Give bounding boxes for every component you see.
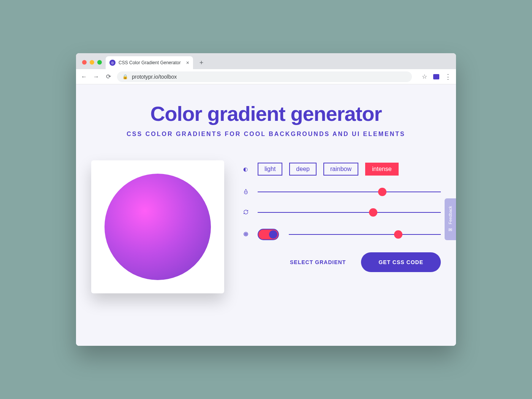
- back-icon[interactable]: ←: [81, 73, 87, 80]
- window-controls: [79, 60, 106, 69]
- scale-toggle[interactable]: [258, 229, 279, 240]
- menu-icon[interactable]: ⋮: [445, 73, 451, 81]
- browser-tab[interactable]: ◎ CSS Color Gradient Generator ×: [106, 56, 193, 69]
- feedback-icon: ✉: [448, 227, 452, 233]
- favicon-icon: ◎: [109, 60, 116, 66]
- scale-row: [243, 229, 441, 240]
- preset-group: light deep rainbow intense: [258, 163, 399, 176]
- maximize-window-icon[interactable]: [97, 60, 102, 65]
- preset-row: ◐ light deep rainbow intense: [243, 163, 441, 176]
- gradient-preview-sphere: [104, 174, 211, 280]
- address-bar: ← → ⟳ 🔒 prototypr.io/toolbox ☆ ⋮: [76, 69, 456, 84]
- address-bar-actions: ☆ ⋮: [421, 73, 451, 81]
- preset-rainbow[interactable]: rainbow: [323, 163, 358, 176]
- action-row: SELECT GRADIENT GET CSS CODE: [243, 252, 441, 272]
- forward-icon[interactable]: →: [93, 73, 100, 80]
- rotation-slider-thumb[interactable]: [369, 208, 377, 217]
- preset-light[interactable]: light: [258, 163, 282, 176]
- extension-icon[interactable]: [433, 74, 439, 79]
- svg-point-3: [245, 234, 246, 234]
- select-gradient-button[interactable]: SELECT GRADIENT: [290, 259, 346, 265]
- page-body: Color gradient generator CSS COLOR GRADI…: [76, 84, 456, 346]
- gradient-preview-card: [91, 160, 224, 293]
- preset-intense[interactable]: intense: [365, 163, 399, 176]
- svg-point-2: [245, 233, 247, 235]
- page-subtitle: CSS COLOR GRADIENTS FOR COOL BACKGROUNDS…: [91, 131, 441, 138]
- toggle-knob: [269, 230, 277, 239]
- tab-strip: ◎ CSS Color Gradient Generator × +: [76, 53, 456, 69]
- rotation-row: [243, 208, 441, 217]
- svg-point-1: [244, 232, 248, 236]
- rotate-icon: [243, 209, 250, 216]
- controls-panel: ◐ light deep rainbow intense: [243, 160, 441, 272]
- spiral-icon: [243, 231, 250, 238]
- droplet-icon: [243, 189, 250, 195]
- hue-slider-thumb[interactable]: [378, 188, 386, 196]
- hue-row: [243, 188, 441, 196]
- lock-icon: 🔒: [122, 74, 128, 79]
- get-css-button[interactable]: GET CSS CODE: [361, 252, 441, 272]
- minimize-window-icon[interactable]: [90, 60, 94, 65]
- star-icon[interactable]: ☆: [421, 73, 428, 80]
- url-field[interactable]: 🔒 prototypr.io/toolbox: [117, 71, 412, 82]
- tab-title: CSS Color Gradient Generator: [119, 60, 183, 65]
- preset-deep[interactable]: deep: [289, 163, 317, 176]
- feedback-label: Feedback: [448, 206, 453, 224]
- scale-slider-thumb[interactable]: [394, 230, 402, 239]
- contrast-icon: ◐: [243, 166, 250, 172]
- feedback-tab[interactable]: Feedback ✉: [445, 198, 456, 240]
- reload-icon[interactable]: ⟳: [105, 73, 112, 80]
- hue-slider[interactable]: [258, 188, 441, 196]
- close-tab-icon[interactable]: ×: [186, 60, 189, 66]
- url-text: prototypr.io/toolbox: [132, 74, 177, 80]
- workspace: ◐ light deep rainbow intense: [91, 160, 441, 293]
- browser-window: ◎ CSS Color Gradient Generator × + ← → ⟳…: [76, 53, 456, 346]
- close-window-icon[interactable]: [82, 60, 87, 65]
- page-title: Color gradient generator: [91, 102, 441, 125]
- rotation-slider[interactable]: [258, 208, 441, 217]
- scale-slider[interactable]: [289, 230, 441, 239]
- new-tab-button[interactable]: +: [196, 57, 207, 68]
